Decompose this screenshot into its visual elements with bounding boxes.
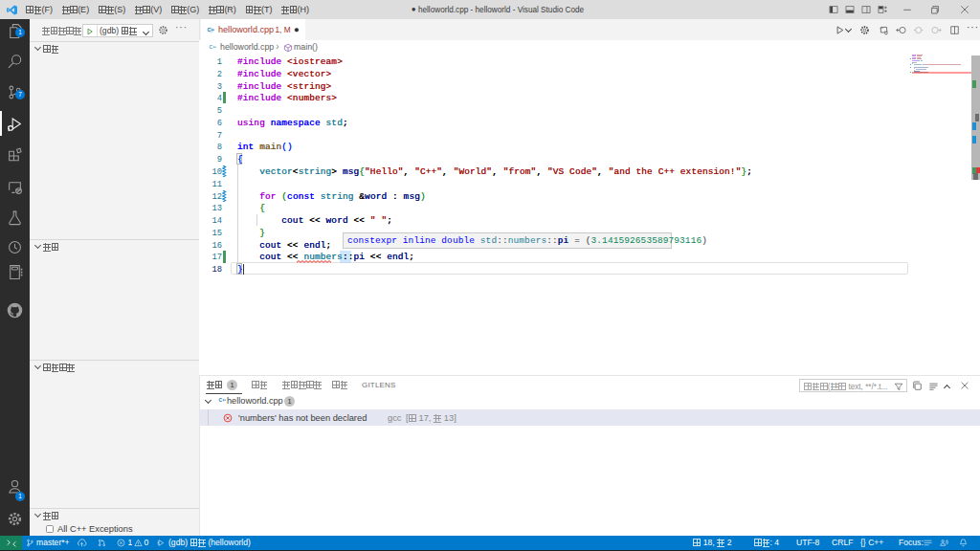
svg-text:C: C [219,397,223,403]
svg-text:C: C [208,27,212,33]
svg-text:C: C [210,44,213,50]
